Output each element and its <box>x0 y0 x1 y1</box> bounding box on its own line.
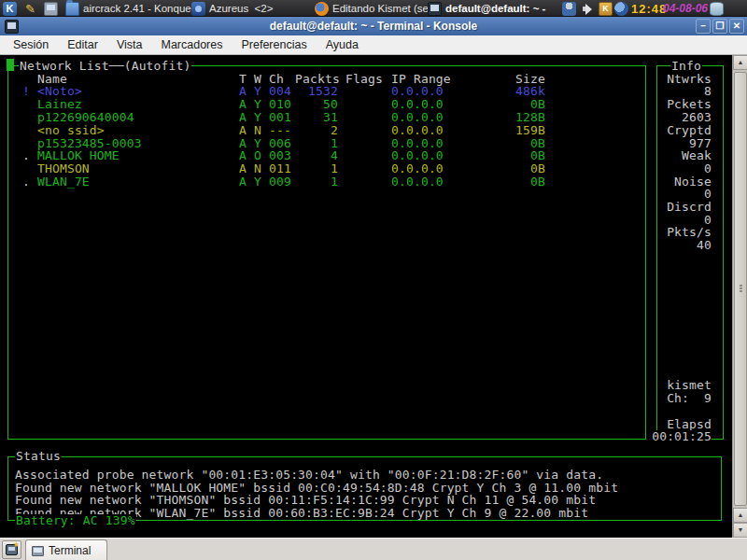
info-source: kismet <box>649 379 712 392</box>
row-size: 0B <box>486 98 545 111</box>
status-title: Status <box>15 450 62 463</box>
info-stat-label: Weak <box>649 149 712 162</box>
row-type: A <box>239 111 247 124</box>
row-type: A <box>239 149 247 162</box>
panel-clock[interactable]: 12:48 <box>631 1 667 16</box>
row-wep: O <box>254 149 261 162</box>
row-packets: 2 <box>286 124 338 137</box>
row-type: A <box>239 98 247 111</box>
maximize-button[interactable]: ❐ <box>712 19 727 34</box>
scrollbar-thumb[interactable] <box>734 72 747 506</box>
terminal-icon <box>428 2 442 16</box>
tray-volume-button[interactable] <box>581 1 595 16</box>
clock-text: 12:48 <box>631 2 667 16</box>
azureus-icon <box>191 2 205 16</box>
network-list-title: Network List──(Autofit) <box>19 60 191 73</box>
row-name: MALLOK HOME <box>37 149 120 162</box>
info-stat-label: Ntwrks <box>649 73 712 86</box>
network-row: ! <Noto> A Y 004 1532 0.0.0.0 486k <box>0 85 732 98</box>
panel-date[interactable]: 04-08-06 <box>663 1 708 16</box>
network-row: . MALLOK HOME A O 003 4 0.0.0.0 0B <box>0 149 732 162</box>
status-line: Found new network "THOMSON" bssid 00:11:… <box>15 494 596 507</box>
row-ip: 0.0.0.0 <box>391 124 444 137</box>
close-button[interactable]: ✕ <box>729 19 744 34</box>
menu-editar[interactable]: Editar <box>58 35 107 55</box>
task-button-aircrack[interactable]: aircrack 2.41 - Konque <box>65 1 191 16</box>
task-label: aircrack 2.41 - Konque <box>83 3 191 14</box>
row-wep: N <box>254 124 261 137</box>
row-type: A <box>239 162 247 175</box>
row-size: 128B <box>486 111 545 124</box>
task-button-konsole[interactable]: default@default: ~ - <box>428 1 545 16</box>
tray-storage-button[interactable] <box>710 1 724 16</box>
row-packets: 1 <box>286 162 338 175</box>
scroll-up-button[interactable]: ▲ <box>733 55 747 70</box>
quicklaunch-editor-button[interactable]: ✎ <box>23 1 37 16</box>
row-ip: 0.0.0.0 <box>391 98 444 111</box>
scroll-up-button-bottom[interactable]: ▲ <box>733 508 747 523</box>
k-menu-button[interactable]: K <box>3 1 17 16</box>
terminal-tab-label: Terminal <box>49 544 91 557</box>
network-row: Lainez A Y 010 50 0.0.0.0 0B <box>0 98 732 111</box>
row-name: <Noto> <box>37 85 82 98</box>
minimize-button[interactable]: – <box>696 19 711 34</box>
firefox-icon <box>315 2 329 16</box>
menu-sesion[interactable]: Sesión <box>4 35 58 55</box>
scroll-down-button[interactable]: ▼ <box>733 523 747 538</box>
row-type: A <box>239 85 247 98</box>
session-tabbar: ★ Terminal <box>0 538 747 560</box>
task-button-firefox[interactable]: Editando Kismet (secc <box>315 1 439 16</box>
info-stat-value: 8 <box>649 85 712 98</box>
menu-preferencias[interactable]: Preferencias <box>232 35 316 55</box>
folder-icon <box>65 2 79 16</box>
row-name: Lainez <box>37 98 82 111</box>
info-stat-label: Pkts/s <box>649 226 712 239</box>
network-list-header: Name T W Ch Packts Flags IP Range Size <box>0 73 732 86</box>
star-icon: ★ <box>13 541 20 549</box>
terminal-scrollbar[interactable]: ▲ ▲ ▼ <box>732 55 747 538</box>
network-row: <no ssid> A N --- 2 0.0.0.0 159B <box>0 124 732 137</box>
menu-ayuda[interactable]: Ayuda <box>317 35 368 55</box>
row-ip: 0.0.0.0 <box>391 162 444 175</box>
task-button-azureus[interactable]: Azureus <2> <box>191 1 273 16</box>
window-title: default@default: ~ - Terminal - Konsole <box>0 20 747 33</box>
row-size: 0B <box>486 162 545 175</box>
desktop: K ✎ aircrack 2.41 - Konque Azureus <2> E… <box>0 0 747 560</box>
row-name: THOMSON <box>37 162 90 175</box>
row-size: 0B <box>486 175 545 189</box>
tray-kde-button[interactable] <box>614 1 628 16</box>
speaker-icon <box>581 2 595 16</box>
tray-klipper-button[interactable]: K <box>599 1 613 16</box>
date-text: 04-08-06 <box>663 2 708 15</box>
tray-kppp-button[interactable] <box>562 1 576 16</box>
menu-bar: Sesión Editar Vista Marcadores Preferenc… <box>0 35 747 55</box>
row-wep: Y <box>254 175 261 189</box>
row-size: 0B <box>486 149 545 162</box>
show-desktop-button[interactable] <box>44 1 58 16</box>
window-titlebar[interactable]: default@default: ~ - Terminal - Konsole … <box>0 17 747 35</box>
row-packets: 50 <box>286 98 338 111</box>
row-wep: N <box>254 162 261 175</box>
info-elapsed-value: 00:01:25 <box>649 430 712 443</box>
row-packets: 4 <box>286 149 338 162</box>
status-line: Associated probe network "00:01:E3:05:30… <box>15 469 603 482</box>
info-stat-value: 40 <box>649 239 712 252</box>
terminal-output[interactable]: Network List──(Autofit) Name T W Ch Pack… <box>0 55 732 538</box>
network-row: . WLAN_7E A Y 009 1 0.0.0.0 0B <box>0 175 732 189</box>
task-label: Azureus <2> <box>209 3 273 14</box>
row-size: 159B <box>486 124 545 137</box>
new-session-button[interactable]: ★ <box>2 540 21 559</box>
info-title: Info <box>670 60 702 73</box>
info-channel: Ch: 9 <box>649 392 712 405</box>
row-ip: 0.0.0.0 <box>391 175 444 189</box>
menu-vista[interactable]: Vista <box>107 35 152 55</box>
menu-marcadores[interactable]: Marcadores <box>151 35 232 55</box>
kde-tray-icon <box>614 2 628 16</box>
tab-terminal[interactable]: Terminal <box>25 539 107 560</box>
network-row: THOMSON A N 011 1 0.0.0.0 0B <box>0 162 732 175</box>
pencil-icon: ✎ <box>23 2 37 16</box>
row-ip: 0.0.0.0 <box>391 149 444 162</box>
top-taskbar: K ✎ aircrack 2.41 - Konque Azureus <2> E… <box>0 0 747 17</box>
row-wep: Y <box>254 98 261 111</box>
row-wep: Y <box>254 85 261 98</box>
